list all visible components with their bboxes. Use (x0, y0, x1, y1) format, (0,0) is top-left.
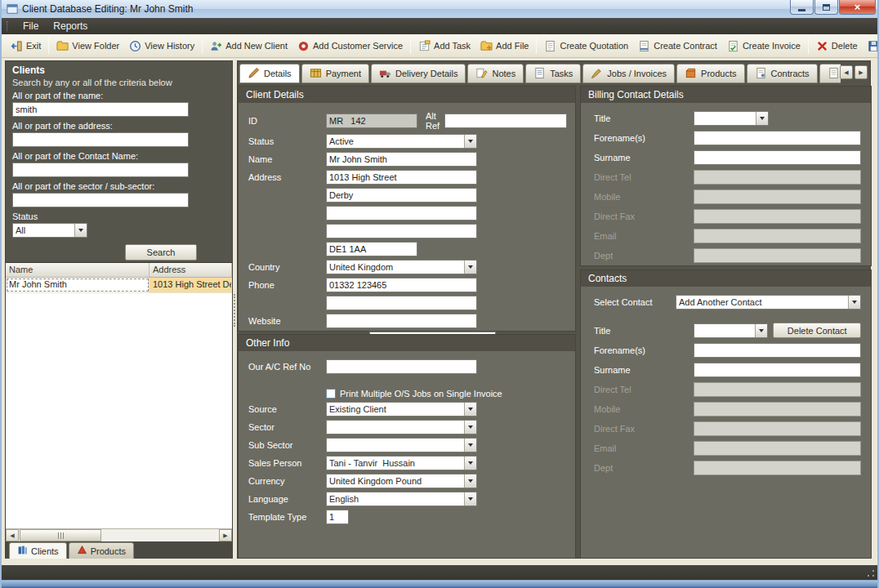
toolbar-view-folder-button[interactable]: View Folder (51, 37, 124, 56)
contact-dept-label: Dept (594, 463, 694, 473)
column-header-address[interactable]: Address (149, 263, 232, 277)
toolbar-add-file-button[interactable]: Add File (475, 37, 533, 56)
search-address-input[interactable] (12, 132, 189, 147)
toolbar-delete-button[interactable]: Delete (811, 37, 863, 56)
sector-dropdown[interactable] (326, 420, 477, 434)
maximize-button[interactable] (814, 0, 838, 15)
update-icon (868, 40, 879, 52)
billing-forenames-field[interactable] (694, 131, 861, 145)
phone2-field[interactable] (326, 296, 477, 310)
toolbar-add-task-button[interactable]: Add Task (413, 37, 475, 56)
toolbar-add-new-client-button[interactable]: Add New Client (205, 37, 292, 56)
chevron-down-icon (848, 296, 860, 309)
tab-payment[interactable]: Payment (301, 64, 369, 83)
country-dropdown[interactable]: United Kingdom (326, 260, 477, 274)
search-name-input[interactable] (12, 102, 189, 117)
billing-forenames-label: Forename(s) (594, 133, 694, 143)
address-line2-field[interactable] (326, 188, 477, 203)
payment-icon (310, 67, 322, 81)
results-horizontal-scrollbar[interactable]: ◀ ▶ (6, 528, 232, 541)
column-header-name[interactable]: Name (6, 263, 149, 277)
tab-delivery-details[interactable]: Delivery Details (371, 64, 466, 83)
currency-dropdown[interactable]: United Kingdom Pound (326, 474, 477, 488)
scroll-right-icon[interactable]: ▶ (219, 529, 232, 541)
chevron-down-icon (464, 457, 476, 470)
menu-file[interactable]: File (16, 19, 46, 33)
billing-mobile-field (694, 189, 861, 204)
tab-tasks[interactable]: Tasks (525, 64, 581, 83)
contact-forenames-field[interactable] (694, 343, 861, 358)
search-button[interactable]: Search (125, 244, 197, 261)
client-status-dropdown[interactable]: Active (326, 134, 477, 149)
toolbar-update-button[interactable]: Update (863, 37, 879, 56)
phone1-field[interactable] (326, 278, 477, 292)
address-label: Address (248, 172, 326, 182)
contact-email-label: Email (594, 443, 694, 453)
delivery-icon (379, 67, 391, 81)
toolbar-create-contract-button[interactable]: Create Contract (633, 37, 722, 56)
chevron-down-icon (464, 421, 476, 434)
select-contact-dropdown[interactable]: Add Another Contact (676, 295, 861, 310)
scrollbar-thumb[interactable] (20, 529, 101, 541)
result-address-cell[interactable]: 1013 High Street Derb (149, 278, 232, 292)
chevron-down-icon (74, 224, 87, 237)
billing-surname-field[interactable] (694, 150, 861, 165)
sub-sector-dropdown[interactable] (326, 438, 477, 452)
language-dropdown[interactable]: English (326, 492, 477, 506)
contact-surname-field[interactable] (694, 363, 861, 377)
delete-contact-button[interactable]: Delete Contact (773, 323, 861, 338)
clients-panel-title: Clients (12, 65, 45, 76)
clients-panel-subtitle: Search by any or all of the criteria bel… (12, 78, 172, 87)
tab-scroll-left-button[interactable]: ◀ (840, 65, 853, 79)
billing-title-dropdown[interactable] (694, 111, 769, 126)
contact-mobile-label: Mobile (594, 404, 694, 414)
result-name-cell[interactable]: Mr John Smith (6, 278, 149, 292)
ac-ref-field[interactable] (326, 359, 477, 374)
tab-clients[interactable]: Clients (9, 542, 67, 559)
toolbar-exit-button[interactable]: Exit (6, 37, 46, 56)
source-dropdown[interactable]: Existing Client (326, 402, 477, 416)
toolbar-create-quotation-button[interactable]: Create Quotation (539, 37, 633, 56)
search-contact-input[interactable] (12, 163, 189, 177)
app-icon (7, 3, 18, 15)
search-sector-input[interactable] (12, 193, 189, 207)
scroll-left-icon[interactable]: ◀ (6, 529, 19, 541)
table-row[interactable]: Mr John Smith 1013 High Street Derb (6, 278, 232, 293)
minimize-button[interactable] (790, 0, 814, 15)
status-bar (2, 565, 877, 580)
tab-notes[interactable]: Notes (467, 64, 524, 83)
country-label: Country (248, 262, 326, 272)
splitter-grip (234, 294, 236, 327)
search-sector-label: All or part of the sector / sub-sector: (12, 181, 226, 191)
address-line4-field[interactable] (326, 224, 477, 238)
tab-scroll-right-button[interactable]: ▶ (854, 65, 868, 79)
tab-contracts[interactable]: Contracts (747, 64, 818, 83)
search-name-label: All or part of the name: (12, 91, 226, 100)
scrollbar-track[interactable] (101, 529, 219, 541)
contact-title-dropdown[interactable] (694, 323, 768, 338)
tab-products-left[interactable]: Products (69, 542, 134, 559)
status-filter-dropdown[interactable]: All (12, 223, 87, 238)
tab-products[interactable]: Products (676, 64, 744, 83)
client-results-list: Name Address Mr John Smith 1013 High Str… (6, 262, 232, 528)
alt-ref-field[interactable] (444, 114, 567, 128)
website-field[interactable] (326, 314, 477, 328)
tab-details[interactable]: Details (239, 64, 300, 83)
menu-reports[interactable]: Reports (46, 19, 95, 33)
tab-quotations[interactable]: Quotati (819, 64, 841, 83)
toolbar-view-history-button[interactable]: View History (124, 37, 199, 56)
sales-person-dropdown[interactable]: Tani - Tanvir Hussain (326, 456, 477, 470)
address-line1-field[interactable] (326, 170, 477, 185)
print-multiple-jobs-checkbox[interactable] (326, 389, 336, 399)
resize-grip[interactable] (867, 569, 875, 577)
tab-jobs-invoices[interactable]: Jobs / Invoices (582, 64, 675, 83)
template-type-field[interactable] (326, 510, 349, 524)
status-filter-label: Status (12, 212, 226, 221)
close-button[interactable]: × (839, 0, 876, 15)
toolbar-create-invoice-button[interactable]: Create Invoice (722, 37, 805, 56)
address-line3-field[interactable] (326, 206, 477, 220)
postcode-field[interactable] (326, 242, 417, 256)
toolbar-add-customer-service-button[interactable]: Add Customer Service (292, 37, 408, 56)
name-field[interactable] (326, 152, 477, 167)
chevron-down-icon (464, 261, 476, 274)
